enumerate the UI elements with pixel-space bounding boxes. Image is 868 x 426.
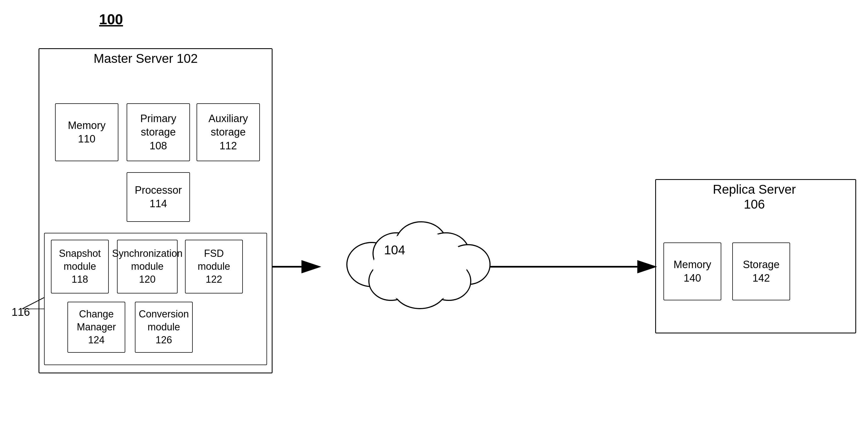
fsd-122-box: FSDmodule122 (185, 240, 243, 293)
module-group-116-label: 116 (11, 306, 30, 318)
svg-point-8 (392, 264, 447, 309)
change-manager-124-label: ChangeManager124 (77, 308, 116, 346)
svg-point-7 (369, 262, 413, 300)
master-server-label: Master Server 102 (94, 51, 198, 66)
memory-140-box: Memory140 (663, 243, 721, 300)
memory-110-box: Memory110 (55, 103, 118, 161)
storage-142-box: Storage142 (732, 243, 790, 300)
replica-server-label: Replica Server106 (685, 182, 823, 211)
snapshot-118-box: Snapshotmodule118 (51, 240, 109, 293)
svg-point-6 (427, 262, 471, 300)
auxiliary-storage-112-label: Auxiliarystorage112 (208, 112, 248, 153)
memory-140-label: Memory140 (673, 258, 711, 285)
memory-110-label: Memory110 (68, 119, 105, 146)
primary-storage-108-box: Primarystorage108 (127, 103, 190, 161)
sync-120-box: Synchronizationmodule120 (117, 240, 178, 293)
svg-point-4 (423, 233, 469, 274)
conversion-126-label: Conversionmodule126 (139, 308, 189, 346)
primary-storage-108-label: Primarystorage108 (141, 112, 177, 153)
diagram: 100 Master Server 102 Memory110 Primarys… (0, 0, 868, 426)
sync-120-label: Synchronizationmodule120 (112, 247, 183, 286)
conversion-126-box: Conversionmodule126 (135, 302, 193, 353)
cloud-shape (347, 222, 490, 309)
cloud-104-label: 104 (384, 243, 405, 257)
figure-label: 100 (99, 11, 123, 28)
processor-114-box: Processor114 (127, 172, 190, 222)
auxiliary-storage-112-box: Auxiliarystorage112 (196, 103, 260, 161)
change-manager-124-box: ChangeManager124 (67, 302, 125, 353)
line-116 (22, 309, 44, 309)
svg-point-5 (446, 245, 490, 284)
svg-point-9 (373, 231, 467, 303)
storage-142-label: Storage142 (743, 258, 779, 285)
fsd-122-label: FSDmodule122 (198, 247, 230, 286)
snapshot-118-label: Snapshotmodule118 (59, 247, 101, 286)
processor-114-label: Processor114 (135, 183, 182, 211)
